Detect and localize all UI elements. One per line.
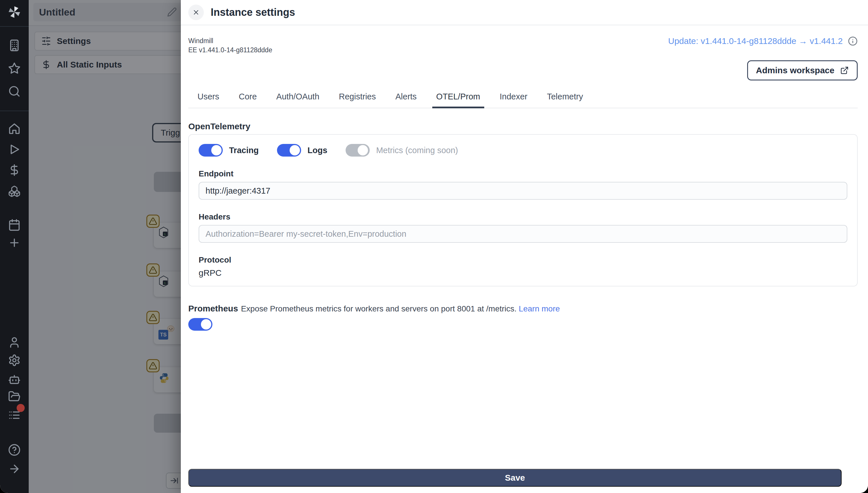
opentelemetry-card: Tracing Logs Metrics (coming soon) Endpo… xyxy=(188,134,858,286)
app-name: Windmill xyxy=(188,36,272,45)
instance-settings-drawer: Instance settings Windmill EE v1.441.0-1… xyxy=(181,0,868,493)
tracing-toggle[interactable] xyxy=(199,144,223,156)
gear-icon[interactable] xyxy=(8,354,21,367)
update-link[interactable]: Update: v1.441.0-14-g81128ddde → v1.441.… xyxy=(668,36,843,46)
settings-tabs: Users Core Auth/OAuth Registries Alerts … xyxy=(188,92,858,108)
headers-input[interactable] xyxy=(199,225,847,243)
play-icon[interactable] xyxy=(8,143,21,156)
version-block: Windmill EE v1.441.0-14-g81128ddde xyxy=(188,36,272,55)
metrics-toggle xyxy=(346,144,370,156)
folder-open-icon[interactable] xyxy=(8,390,21,403)
robot-icon[interactable] xyxy=(8,373,21,386)
user-icon[interactable] xyxy=(8,336,21,349)
metrics-label: Metrics (coming soon) xyxy=(376,146,458,155)
prometheus-toggle[interactable] xyxy=(188,318,212,331)
sidebar-divider xyxy=(0,111,29,111)
prometheus-heading: Prometheus xyxy=(188,304,238,313)
app-version: EE v1.441.0-14-g81128ddde xyxy=(188,45,272,55)
modal-dim-overlay xyxy=(29,0,181,493)
tab-alerts[interactable]: Alerts xyxy=(395,92,417,108)
tracing-label: Tracing xyxy=(229,146,259,155)
headers-label: Headers xyxy=(199,212,847,221)
save-button[interactable]: Save xyxy=(188,469,842,487)
prometheus-section: PrometheusExpose Prometheus metrics for … xyxy=(188,304,858,314)
home-icon[interactable] xyxy=(8,122,21,135)
sidebar xyxy=(0,0,29,493)
tab-core[interactable]: Core xyxy=(238,92,257,108)
tab-indexer[interactable]: Indexer xyxy=(499,92,528,108)
info-icon[interactable] xyxy=(848,36,858,46)
protocol-label: Protocol xyxy=(199,255,847,264)
endpoint-label: Endpoint xyxy=(199,169,847,178)
drawer-title: Instance settings xyxy=(211,6,295,18)
windmill-logo-icon[interactable] xyxy=(7,5,21,19)
arrow-right-icon[interactable] xyxy=(8,463,21,475)
star-icon[interactable] xyxy=(8,62,21,75)
help-circle-icon[interactable] xyxy=(8,444,21,456)
app-window: Untitled Settings All Static Inputs Trig… xyxy=(0,0,868,493)
endpoint-input[interactable] xyxy=(199,182,847,200)
drawer-body: Windmill EE v1.441.0-14-g81128ddde Updat… xyxy=(181,25,868,493)
external-link-icon xyxy=(840,66,849,75)
plus-icon[interactable] xyxy=(8,236,21,249)
prometheus-description: Expose Prometheus metrics for workers an… xyxy=(241,304,517,313)
learn-more-link[interactable]: Learn more xyxy=(519,304,560,313)
logs-label: Logs xyxy=(307,146,327,155)
boxes-icon[interactable] xyxy=(8,185,21,198)
notification-dot xyxy=(17,404,25,412)
tab-otel-prom[interactable]: OTEL/Prom xyxy=(432,92,484,108)
tab-registries[interactable]: Registries xyxy=(338,92,376,108)
logs-toggle[interactable] xyxy=(277,144,301,156)
flow-editor-panel: Untitled Settings All Static Inputs Trig… xyxy=(29,0,181,493)
close-button[interactable] xyxy=(188,5,204,20)
close-icon xyxy=(192,8,200,16)
opentelemetry-heading: OpenTelemetry xyxy=(188,122,858,131)
dollar-icon[interactable] xyxy=(8,164,21,176)
tab-users[interactable]: Users xyxy=(197,92,220,108)
calendar-icon[interactable] xyxy=(8,219,21,231)
drawer-header: Instance settings xyxy=(181,0,868,25)
search-icon[interactable] xyxy=(8,85,21,98)
admins-workspace-label: Admins workspace xyxy=(756,65,835,75)
building-icon[interactable] xyxy=(8,39,21,52)
admins-workspace-button[interactable]: Admins workspace xyxy=(747,60,858,81)
protocol-value: gRPC xyxy=(199,268,847,278)
tab-auth-oauth[interactable]: Auth/OAuth xyxy=(276,92,320,108)
sidebar-divider xyxy=(0,26,29,27)
tab-telemetry[interactable]: Telemetry xyxy=(546,92,584,108)
